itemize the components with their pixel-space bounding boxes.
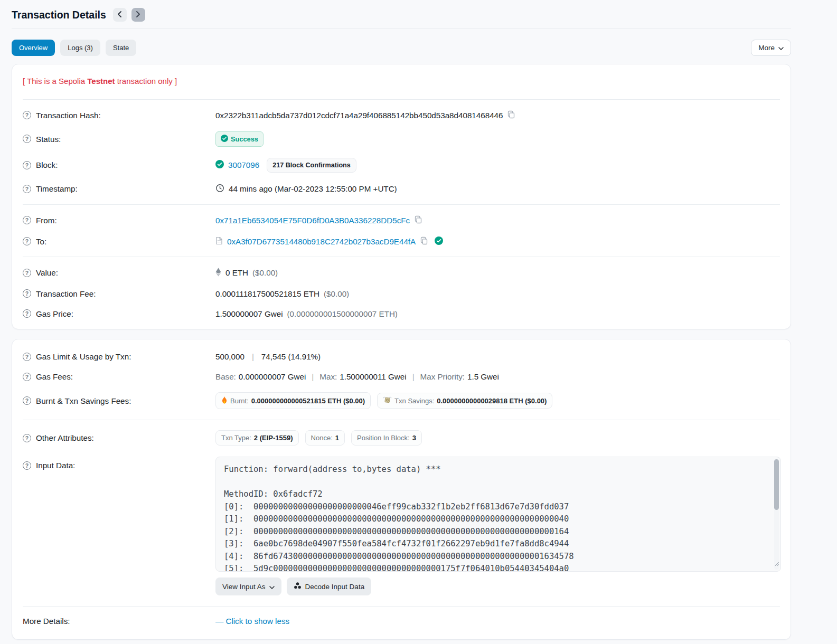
- help-icon[interactable]: [23, 353, 31, 361]
- clock-icon: [215, 184, 224, 194]
- ethereum-icon: [215, 268, 221, 278]
- transaction-hash-row: Transaction Hash: 0x2322b311adcb5da737d0…: [23, 105, 780, 126]
- gas-limit-value: 500,000: [215, 352, 244, 361]
- help-icon[interactable]: [23, 111, 31, 119]
- gas-usage-value: 74,545 (14.91%): [261, 352, 321, 361]
- help-icon[interactable]: [23, 373, 31, 381]
- decode-input-data-button[interactable]: Decode Input Data: [287, 577, 372, 595]
- testnet-warning-emphasis: Testnet: [87, 77, 115, 86]
- help-icon[interactable]: [23, 216, 31, 224]
- status-badge-label: Success: [231, 135, 258, 143]
- input-data-line: [4]: 86fd6743000000000000000000000000000…: [224, 551, 767, 563]
- status-badge: Success: [215, 131, 264, 147]
- input-data-row: Input Data: Function: forward(address to…: [23, 451, 780, 601]
- tab-logs[interactable]: Logs (3): [60, 40, 100, 56]
- page-container: Transaction Details Overview Logs (3) St…: [12, 0, 791, 640]
- gas-limit-usage-label: Gas Limit & Usage by Txn:: [36, 352, 131, 361]
- input-data-line: Function: forward(address to,bytes data)…: [224, 463, 767, 476]
- help-icon[interactable]: [23, 185, 31, 193]
- view-input-as-label: View Input As: [222, 583, 266, 591]
- position-in-block-value: 3: [412, 434, 416, 442]
- more-details-label: More Details:: [23, 617, 70, 626]
- block-row: Block: 3007096 217 Block Confirmations: [23, 152, 780, 178]
- value-row: Value: 0 ETH ($0.00): [23, 262, 780, 283]
- gas-fees-label: Gas Fees:: [36, 372, 73, 381]
- block-number-link[interactable]: 3007096: [228, 160, 259, 169]
- timestamp-label: Timestamp:: [36, 184, 78, 193]
- block-confirmations-badge: 217 Block Confirmations: [267, 158, 356, 173]
- burnt-fee-value: 0.000000000000521815 ETH ($0.00): [251, 397, 365, 405]
- gas-fees-row: Gas Fees: Base: 0.000000007 Gwei | Max: …: [23, 367, 780, 387]
- status-row: Status: Success: [23, 126, 780, 152]
- position-in-block-chip-label: Position In Block:: [357, 434, 410, 442]
- chevron-down-icon: [778, 44, 784, 52]
- copy-icon: [414, 215, 422, 225]
- help-icon[interactable]: [23, 434, 31, 442]
- help-icon[interactable]: [23, 269, 31, 277]
- transaction-fee-row: Transaction Fee: 0.000111817500521815 ET…: [23, 283, 780, 304]
- help-icon[interactable]: [23, 289, 31, 298]
- contract-file-icon: [215, 236, 223, 247]
- block-confirmed-icon: [215, 160, 224, 170]
- value-amount: 0 ETH: [225, 268, 248, 277]
- copy-to-address-button[interactable]: [420, 236, 428, 247]
- view-input-as-button[interactable]: View Input As: [215, 577, 281, 595]
- gas-limit-usage-row: Gas Limit & Usage by Txn: 500,000 | 74,5…: [23, 344, 780, 367]
- input-data-line: [224, 476, 767, 489]
- previous-transaction-button[interactable]: [113, 8, 127, 22]
- copy-hash-button[interactable]: [507, 110, 515, 120]
- gas-price-eth-equivalent: (0.000000001500000007 ETH): [287, 309, 398, 318]
- chevron-left-icon: [117, 11, 122, 19]
- divider: [23, 204, 780, 205]
- transaction-fee-amount: 0.000111817500521815 ETH: [215, 289, 319, 298]
- more-dropdown-button[interactable]: More: [751, 40, 791, 56]
- other-attributes-label: Other Attributes:: [36, 433, 94, 442]
- input-data-line: [3]: 6ae0bc7698de04907f550fea584fcf4732f…: [224, 538, 767, 551]
- gas-fees-max-priority-value: 1.5 Gwei: [467, 372, 499, 381]
- chevron-right-icon: [136, 11, 140, 19]
- gas-price-row: Gas Price: 1.500000007 Gwei (0.000000001…: [23, 304, 780, 324]
- testnet-warning-prefix: [ This is a Sepolia: [23, 77, 87, 86]
- input-data-scrollbar-thumb[interactable]: [774, 459, 779, 510]
- input-data-scrollbar[interactable]: [774, 459, 779, 570]
- txn-savings-value: 0.00000000000029818 ETH ($0.00): [437, 397, 547, 405]
- help-icon[interactable]: [23, 461, 31, 470]
- copy-from-address-button[interactable]: [414, 215, 422, 225]
- input-data-line: [0]: 00000000000000000000000046eff99cab3…: [224, 501, 767, 514]
- transaction-fee-usd: ($0.00): [324, 289, 349, 298]
- burnt-savings-label: Burnt & Txn Savings Fees:: [36, 396, 131, 405]
- block-label: Block:: [36, 160, 58, 169]
- input-data-line: [1]: 00000000000000000000000000000000000…: [224, 513, 767, 526]
- input-data-line: [2]: 00000000000000000000000000000000000…: [224, 526, 767, 538]
- transaction-hash-label: Transaction Hash:: [36, 111, 101, 120]
- resize-handle-icon[interactable]: [775, 558, 779, 571]
- testnet-warning-suffix: transaction only ]: [115, 77, 177, 86]
- tab-overview[interactable]: Overview: [12, 40, 55, 56]
- overview-card: [ This is a Sepolia Testnet transaction …: [12, 64, 791, 329]
- from-address-link[interactable]: 0x71a1Eb6534054E75F0D6fD0A3B0A336228DD5c…: [215, 216, 410, 225]
- help-icon[interactable]: [23, 237, 31, 245]
- other-attributes-row: Other Attributes: Txn Type: 2 (EIP-1559)…: [23, 425, 780, 451]
- help-icon[interactable]: [23, 135, 31, 143]
- divider: [23, 257, 780, 257]
- gas-fees-base-label: Base:: [215, 372, 236, 381]
- burnt-fee-chip-label: Burnt:: [230, 397, 249, 405]
- nonce-chip-label: Nonce:: [311, 434, 333, 442]
- show-less-toggle-link[interactable]: — Click to show less: [215, 617, 289, 626]
- divider: [23, 606, 780, 607]
- status-label: Status:: [36, 135, 61, 144]
- help-icon[interactable]: [23, 161, 31, 169]
- to-address-link[interactable]: 0xA3f07D6773514480b918C2742b027b3acD9E44…: [227, 237, 416, 246]
- help-icon[interactable]: [23, 309, 31, 318]
- page-header: Transaction Details: [12, 0, 791, 29]
- position-in-block-chip: Position In Block: 3: [351, 430, 422, 446]
- help-icon[interactable]: [23, 396, 31, 405]
- input-data-textarea[interactable]: Function: forward(address to,bytes data)…: [215, 457, 781, 572]
- gas-fees-max-priority-label: Max Priority:: [420, 372, 465, 381]
- money-wings-icon: [383, 396, 392, 405]
- to-row: To: 0xA3f07D6773514480b918C2742b027b3acD…: [23, 231, 780, 252]
- txn-type-chip: Txn Type: 2 (EIP-1559): [215, 430, 299, 446]
- separator: |: [249, 352, 257, 361]
- next-transaction-button[interactable]: [131, 8, 145, 22]
- tab-state[interactable]: State: [106, 40, 136, 56]
